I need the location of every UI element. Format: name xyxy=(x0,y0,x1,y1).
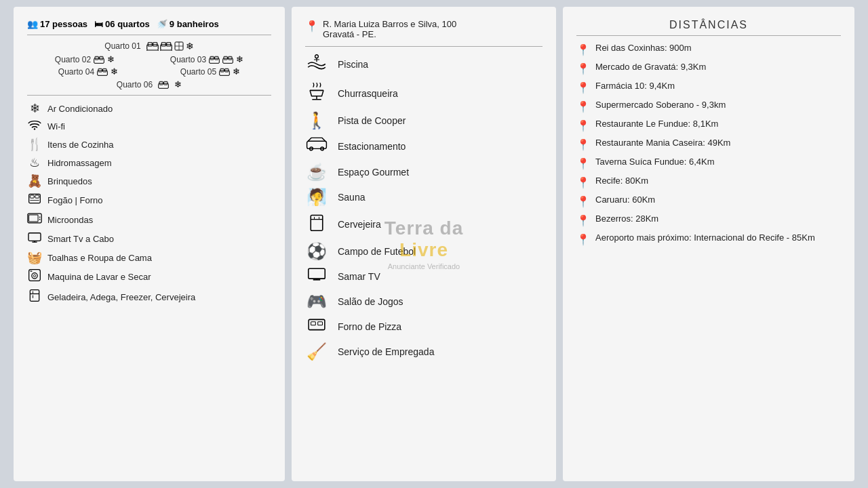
dist-pin-icon: 📍 xyxy=(576,176,590,189)
quarto-04: Quarto 04 ❄ xyxy=(58,66,118,77)
piscina-icon xyxy=(305,53,328,76)
middle-divider xyxy=(305,46,542,47)
svg-rect-37 xyxy=(29,215,39,222)
dist-pin-icon: 📍 xyxy=(576,195,590,208)
dist-item-8: 📍 Caruaru: 60Km xyxy=(576,195,841,208)
quarto-01-row: Quarto 01 ❄ xyxy=(27,41,271,52)
left-panel: 👥 17 pessoas 🛏 06 quartos 🚿 9 banheiros … xyxy=(14,7,285,481)
cooper-text: Pista de Cooper xyxy=(338,115,406,126)
feature-sauna: 🧖 Sauna xyxy=(305,188,542,207)
quarto-04-label: Quarto 04 xyxy=(58,67,94,77)
banheiros-icon: 🚿 xyxy=(157,19,167,29)
feature-estacionamento: Estacionamento xyxy=(305,136,542,157)
svg-point-51 xyxy=(315,55,319,58)
amenity-maquina: Maquina de Lavar e Secar xyxy=(27,268,271,285)
feature-futebol: ⚽ Campo de Futebol xyxy=(305,242,542,261)
svg-rect-28 xyxy=(159,83,169,88)
dist-pin-icon: 📍 xyxy=(576,43,590,56)
feature-gourmet: ☕ Espaço Gourmet xyxy=(305,163,542,182)
fogao-icon xyxy=(27,192,42,209)
churrasqueira-icon xyxy=(305,82,328,105)
ar-text: Ar Condicionado xyxy=(47,104,113,114)
toalhas-text: Toalhas e Roupa de Cama xyxy=(47,253,152,263)
amenity-ar: ❄ Ar Condicionado xyxy=(27,101,271,116)
maquina-icon xyxy=(27,268,42,285)
divider-2 xyxy=(27,95,271,96)
dist-text-1: Mercado de Gravatá: 9,3Km xyxy=(595,62,706,72)
svg-rect-33 xyxy=(30,195,34,198)
gourmet-text: Espaço Gourmet xyxy=(338,167,409,178)
stats-row: 👥 17 pessoas 🛏 06 quartos 🚿 9 banheiros xyxy=(27,19,271,29)
amenity-cozinha: 🍴 Itens de Cozinha xyxy=(27,137,271,152)
address-pin-icon: 📍 xyxy=(305,20,319,33)
dist-item-6: 📍 Taverna Suíca Fundue: 6,4Km xyxy=(576,157,841,170)
svg-point-39 xyxy=(39,219,41,220)
svg-rect-22 xyxy=(98,70,108,75)
dist-text-2: Farmácia 10: 9,4Km xyxy=(595,81,675,91)
pessoas-text: 17 pessoas xyxy=(40,19,87,29)
svg-rect-40 xyxy=(28,233,41,241)
svg-point-45 xyxy=(33,274,35,277)
dist-pin-icon: 📍 xyxy=(576,233,590,246)
tv-text: Smart Tv a Cabo xyxy=(47,234,114,244)
futebol-text: Campo de Futebol xyxy=(338,246,416,257)
feature-churrasqueira: Churrasqueira xyxy=(305,82,542,105)
svg-rect-16 xyxy=(210,58,220,63)
dist-item-4: 📍 Restaurante Le Fundue: 8,1Km xyxy=(576,119,841,132)
dist-item-1: 📍 Mercado de Gravatá: 9,3Km xyxy=(576,62,841,75)
stat-quartos: 🛏 06 quartos xyxy=(94,19,150,29)
stat-pessoas: 👥 17 pessoas xyxy=(27,19,87,29)
microondas-text: Microondas xyxy=(47,215,93,225)
feature-piscina: Piscina xyxy=(305,53,542,76)
dist-text-7: Recife: 80Km xyxy=(595,176,648,186)
quarto-02-label: Quarto 02 xyxy=(55,55,91,64)
distances-list: 📍 Rei das Coxinhas: 900m 📍 Mercado de Gr… xyxy=(576,43,841,246)
quartos-icon: 🛏 xyxy=(94,19,103,29)
quarto-03-label: Quarto 03 xyxy=(170,55,206,64)
cervejeira-text: Cervejeira xyxy=(338,219,381,230)
amenity-geladeira: Geladeira, Adega, Freezer, Cervejeira xyxy=(27,289,271,306)
dist-text-4: Restaurante Le Fundue: 8,1Km xyxy=(595,119,718,129)
svg-point-44 xyxy=(32,273,37,279)
microondas-icon xyxy=(27,212,42,228)
dist-text-8: Caruaru: 60Km xyxy=(595,195,655,205)
dist-text-0: Rei das Coxinhas: 900m xyxy=(595,43,692,53)
middle-panel: 📍 R. Maria Luiza Barros e Silva, 100Grav… xyxy=(292,7,556,481)
sauna-icon: 🧖 xyxy=(305,188,328,207)
feature-empregada: 🧹 Serviço de Empregada xyxy=(305,342,542,361)
svg-rect-63 xyxy=(309,268,326,279)
empregada-icon: 🧹 xyxy=(305,342,328,361)
banheiros-text: 9 banheiros xyxy=(170,19,219,29)
pessoas-icon: 👥 xyxy=(27,19,38,29)
svg-rect-13 xyxy=(94,58,104,63)
fogao-text: Fogão | Forno xyxy=(47,195,102,205)
distances-title: DISTÂNCIAS xyxy=(576,19,841,36)
tv-icon xyxy=(27,231,42,247)
svg-point-38 xyxy=(39,216,41,218)
sauna-text: Sauna xyxy=(338,192,365,203)
wifi-icon xyxy=(27,119,42,134)
amenity-hidro: ♨ Hidromassagem xyxy=(27,155,271,170)
svg-point-31 xyxy=(34,128,35,129)
empregada-text: Serviço de Empregada xyxy=(338,346,434,357)
dist-item-0: 📍 Rei das Coxinhas: 900m xyxy=(576,43,841,56)
dist-pin-icon: 📍 xyxy=(576,119,590,132)
churrasqueira-text: Churrasqueira xyxy=(338,88,398,99)
quarto-02-03-row: Quarto 02 ❄ Quarto 03 ❄ xyxy=(27,54,271,64)
geladeira-text: Geladeira, Adega, Freezer, Cervejeira xyxy=(47,292,195,302)
estacionamento-text: Estacionamento xyxy=(338,141,406,152)
dist-text-10: Aeroporto mais próximo: Internacional do… xyxy=(595,232,815,243)
quarto-05-label: Quarto 05 xyxy=(180,67,216,77)
jogos-text: Salão de Jogos xyxy=(338,296,403,307)
quarto-02: Quarto 02 ❄ xyxy=(55,54,115,64)
amenity-wifi: Wi-fi xyxy=(27,119,271,134)
quarto-04-05-row: Quarto 04 ❄ Quarto 05 ❄ xyxy=(27,66,271,77)
address-text: R. Maria Luiza Barros e Silva, 100Gravat… xyxy=(323,19,456,39)
brinquedos-icon: 🧸 xyxy=(27,174,42,188)
quarto-06-label: Quarto 06 xyxy=(117,80,153,89)
amenity-tv: Smart Tv a Cabo xyxy=(27,231,271,247)
svg-rect-5 xyxy=(160,45,172,50)
svg-rect-68 xyxy=(318,322,323,325)
quarto-06-row: Quarto 06 ❄ xyxy=(27,79,271,89)
dist-item-3: 📍 Supermercado Soberano - 9,3km xyxy=(576,100,841,113)
